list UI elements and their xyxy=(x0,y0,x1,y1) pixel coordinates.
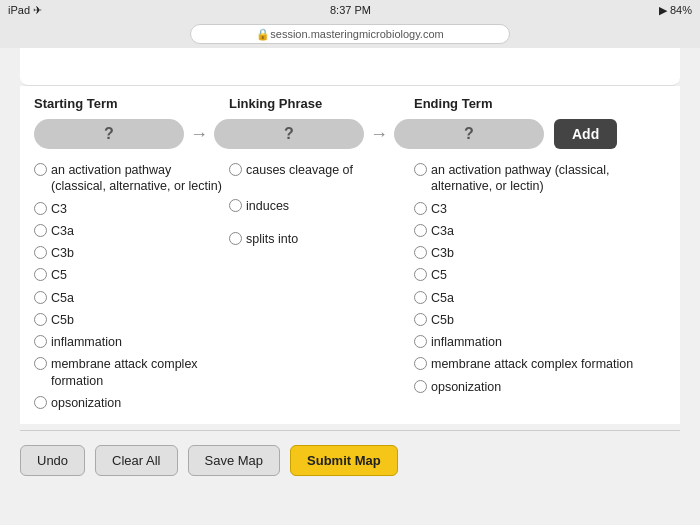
list-item[interactable]: C3a xyxy=(34,220,229,242)
divider xyxy=(20,430,680,431)
main-content: Starting Term Linking Phrase Ending Term… xyxy=(20,86,680,424)
list-item[interactable]: opsonization xyxy=(414,376,666,398)
list-item[interactable]: C5 xyxy=(34,264,229,286)
option-label: C5b xyxy=(51,312,74,328)
starting-options-col: an activation pathway (classical, altern… xyxy=(34,159,229,414)
radio-circle[interactable] xyxy=(229,163,242,176)
list-item[interactable]: C3 xyxy=(414,198,666,220)
option-label: C3b xyxy=(431,245,454,261)
clear-all-button[interactable]: Clear All xyxy=(95,445,177,476)
list-item[interactable]: C5a xyxy=(414,287,666,309)
option-label: an activation pathway (classical, altern… xyxy=(51,162,229,195)
list-item[interactable]: opsonization xyxy=(34,392,229,414)
option-label: C5 xyxy=(51,267,67,283)
undo-button[interactable]: Undo xyxy=(20,445,85,476)
option-label: causes cleavage of xyxy=(246,162,353,178)
option-label: C5a xyxy=(431,290,454,306)
battery-icon: ▶ 84% xyxy=(659,4,692,17)
radio-circle[interactable] xyxy=(229,199,242,212)
radio-circle[interactable] xyxy=(414,202,427,215)
radio-circle[interactable] xyxy=(229,232,242,245)
list-item[interactable]: C3 xyxy=(34,198,229,220)
list-item[interactable]: C5b xyxy=(414,309,666,331)
option-label: C3 xyxy=(51,201,67,217)
list-item[interactable]: C3b xyxy=(34,242,229,264)
linking-term-box[interactable]: ? xyxy=(214,119,364,149)
status-time: 8:37 PM xyxy=(330,4,371,16)
option-label: membrane attack complex formation xyxy=(431,356,633,372)
radio-circle[interactable] xyxy=(414,357,427,370)
status-right: ▶ 84% xyxy=(659,4,692,17)
list-item[interactable]: an activation pathway (classical, altern… xyxy=(414,159,666,198)
list-item[interactable]: C5b xyxy=(34,309,229,331)
linking-options-col: causes cleavage of induces splits into xyxy=(229,159,414,414)
radio-circle[interactable] xyxy=(414,380,427,393)
option-label: inflammation xyxy=(51,334,122,350)
radio-circle[interactable] xyxy=(34,313,47,326)
option-label: C5b xyxy=(431,312,454,328)
radio-circle[interactable] xyxy=(34,163,47,176)
radio-circle[interactable] xyxy=(34,268,47,281)
arrow-connector-2: → xyxy=(364,124,394,145)
url-text: session.masteringmicrobiology.com xyxy=(270,28,443,40)
option-label: C5a xyxy=(51,290,74,306)
option-label: C3a xyxy=(431,223,454,239)
radio-circle[interactable] xyxy=(34,335,47,348)
status-bar: iPad ✈ 8:37 PM ▶ 84% xyxy=(0,0,700,20)
options-row: an activation pathway (classical, altern… xyxy=(34,159,666,414)
ending-term-header: Ending Term xyxy=(414,96,666,111)
arrow-connector-1: → xyxy=(184,124,214,145)
starting-term-box[interactable]: ? xyxy=(34,119,184,149)
list-item[interactable]: causes cleavage of xyxy=(229,159,414,181)
radio-circle[interactable] xyxy=(34,246,47,259)
list-item[interactable]: membrane attack complex formation xyxy=(34,353,229,392)
ipad-label: iPad ✈ xyxy=(8,4,42,17)
list-item[interactable]: an activation pathway (classical, altern… xyxy=(34,159,229,198)
list-item[interactable]: C5a xyxy=(34,287,229,309)
list-item[interactable]: C5 xyxy=(414,264,666,286)
radio-circle[interactable] xyxy=(34,291,47,304)
radio-circle[interactable] xyxy=(34,202,47,215)
list-item[interactable]: C3b xyxy=(414,242,666,264)
radio-circle[interactable] xyxy=(414,313,427,326)
radio-circle[interactable] xyxy=(414,246,427,259)
option-label: membrane attack complex formation xyxy=(51,356,229,389)
list-item[interactable]: induces xyxy=(229,195,414,217)
ending-term-box[interactable]: ? xyxy=(394,119,544,149)
radio-circle[interactable] xyxy=(414,224,427,237)
save-map-button[interactable]: Save Map xyxy=(188,445,281,476)
radio-circle[interactable] xyxy=(414,335,427,348)
option-label: C3 xyxy=(431,201,447,217)
column-headers: Starting Term Linking Phrase Ending Term xyxy=(34,96,666,111)
lock-icon: 🔒 xyxy=(256,28,270,41)
status-left: iPad ✈ xyxy=(8,4,42,17)
top-scroll-content xyxy=(20,48,680,86)
url-bar-area: 🔒 session.masteringmicrobiology.com xyxy=(0,20,700,48)
ending-options-col: an activation pathway (classical, altern… xyxy=(414,159,666,414)
option-label: C3a xyxy=(51,223,74,239)
list-item[interactable]: inflammation xyxy=(414,331,666,353)
radio-circle[interactable] xyxy=(414,163,427,176)
option-label: opsonization xyxy=(51,395,121,411)
term-boxes-row: ? → ? → ? Add xyxy=(34,119,666,149)
linking-phrase-header: Linking Phrase xyxy=(229,96,414,111)
list-item[interactable]: inflammation xyxy=(34,331,229,353)
submit-map-button[interactable]: Submit Map xyxy=(290,445,398,476)
starting-term-header: Starting Term xyxy=(34,96,229,111)
option-label: inflammation xyxy=(431,334,502,350)
url-bar[interactable]: 🔒 session.masteringmicrobiology.com xyxy=(190,24,510,44)
radio-circle[interactable] xyxy=(34,396,47,409)
option-label: an activation pathway (classical, altern… xyxy=(431,162,666,195)
list-item[interactable]: membrane attack complex formation xyxy=(414,353,666,375)
option-label: splits into xyxy=(246,231,298,247)
radio-circle[interactable] xyxy=(34,224,47,237)
option-label: C3b xyxy=(51,245,74,261)
radio-circle[interactable] xyxy=(34,357,47,370)
radio-circle[interactable] xyxy=(414,268,427,281)
list-item[interactable]: splits into xyxy=(229,228,414,250)
add-button[interactable]: Add xyxy=(554,119,617,149)
option-label: C5 xyxy=(431,267,447,283)
option-label: opsonization xyxy=(431,379,501,395)
radio-circle[interactable] xyxy=(414,291,427,304)
list-item[interactable]: C3a xyxy=(414,220,666,242)
